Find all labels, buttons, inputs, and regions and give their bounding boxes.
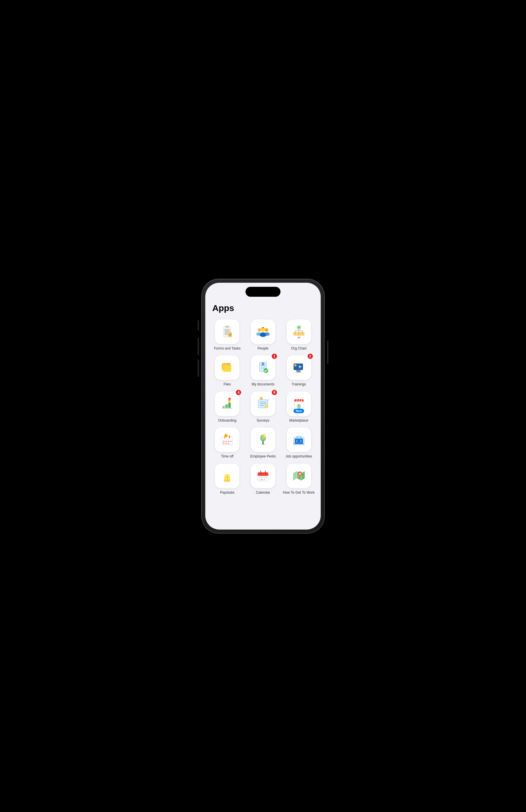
svg-marker-129 [293,471,297,481]
app-item-paystubs[interactable]: $ Paystubs [211,464,243,495]
app-icon-marketplace: New [287,392,311,416]
svg-rect-36 [221,364,228,366]
volume-down-button[interactable] [198,360,199,377]
svg-rect-1 [225,325,229,328]
app-label-job-opportunities: Job opportunities [285,454,312,459]
phone-screen: Apps Forms and Tasks [205,283,321,530]
app-label-paystubs: Paystubs [220,491,235,495]
svg-point-100 [298,440,300,442]
screen-content: Apps Forms and Tasks [205,283,321,530]
app-item-trainings[interactable]: 2Trainings [283,356,315,387]
svg-rect-81 [223,443,225,444]
svg-rect-35 [223,366,231,372]
badge-trainings: 2 [307,353,313,360]
svg-rect-125 [264,479,265,480]
app-icon-files [215,356,239,380]
svg-rect-122 [266,477,267,478]
app-item-how-to-get-to-work[interactable]: How To Get To Work [283,464,315,495]
app-item-people[interactable]: People [247,319,279,351]
svg-point-76 [226,435,227,436]
app-item-forms-and-tasks[interactable]: Forms and Tasks [211,319,243,351]
app-label-org-chart: Org Chart [291,346,306,351]
app-item-job-opportunities[interactable]: Job opportunities [283,427,315,459]
badge-my-documents: 1 [271,353,277,360]
svg-point-12 [258,328,261,332]
app-label-time-off: Time off [221,454,234,459]
badge-surveys: 9 [271,389,277,396]
svg-rect-101 [296,436,298,438]
app-label-forms-and-tasks: Forms and Tasks [214,346,241,351]
svg-rect-64 [298,404,300,406]
app-item-calendar[interactable]: Calendar [247,464,279,495]
svg-point-134 [299,473,301,474]
page-title: Apps [211,303,315,313]
apps-grid: Forms and Tasks People [211,319,315,501]
volume-up-button[interactable] [198,337,199,355]
svg-rect-78 [225,441,227,442]
app-item-marketplace[interactable]: NewMarketplace [283,392,315,423]
svg-rect-46 [296,370,301,371]
mute-button[interactable] [198,320,199,331]
svg-rect-119 [259,477,260,478]
app-item-my-documents[interactable]: 1My documents [247,356,279,387]
svg-point-48 [294,364,297,366]
app-icon-trainings: 2 [287,356,311,380]
app-label-marketplace: Marketplace [289,418,308,423]
app-item-surveys[interactable]: 9Surveys [247,392,279,423]
svg-point-29 [301,333,303,335]
svg-text:$: $ [263,435,264,437]
app-item-time-off[interactable]: Time off [211,427,243,459]
svg-rect-49 [223,406,225,408]
app-label-onboarding: Onboarding [218,418,237,423]
svg-point-18 [298,327,300,328]
svg-rect-123 [259,479,260,480]
app-icon-people [251,319,275,344]
svg-rect-124 [261,479,263,480]
svg-point-10 [265,328,268,332]
svg-rect-83 [228,443,229,444]
svg-point-113 [224,480,230,482]
app-label-my-documents: My documents [252,382,274,387]
svg-rect-50 [225,404,228,408]
app-item-employee-perks[interactable]: $ Employee Perks [247,427,279,459]
app-label-files: Files [224,382,231,387]
svg-rect-104 [294,443,304,444]
app-icon-job-opportunities [287,427,311,452]
app-icon-calendar [251,464,275,488]
app-icon-employee-perks: $ [251,427,275,452]
svg-rect-116 [258,475,268,476]
svg-rect-120 [261,477,263,478]
svg-rect-16 [262,327,264,328]
app-icon-how-to-get-to-work [287,464,311,488]
svg-point-59 [260,397,262,400]
app-icon-my-documents: 1 [251,356,275,380]
svg-rect-82 [225,443,227,444]
app-label-people: People [257,346,268,351]
svg-point-15 [260,333,266,337]
svg-rect-79 [228,441,229,442]
svg-rect-77 [223,441,225,442]
app-icon-paystubs: $ [215,464,239,488]
app-item-org-chart[interactable]: Org Chart [283,319,315,351]
app-label-employee-perks: Employee Perks [250,454,275,459]
app-item-onboarding[interactable]: 4Onboarding [211,392,243,423]
app-label-trainings: Trainings [291,382,306,387]
badge-onboarding: 4 [235,389,242,396]
svg-point-27 [298,333,300,335]
svg-rect-51 [228,403,231,408]
svg-rect-121 [264,477,265,478]
svg-text:$: $ [227,476,228,479]
phone-frame: Apps Forms and Tasks [202,279,324,533]
app-icon-surveys: 9 [251,392,275,416]
svg-rect-102 [299,436,302,438]
app-icon-onboarding: 4 [215,392,239,416]
svg-point-25 [295,333,296,335]
app-label-how-to-get-to-work: How To Get To Work [283,491,315,495]
app-label-surveys: Surveys [257,418,269,423]
svg-rect-80 [230,441,231,442]
app-label-calendar: Calendar [256,491,270,495]
svg-rect-31 [297,337,301,338]
app-icon-org-chart [287,319,311,344]
app-item-files[interactable]: Files [211,356,243,387]
power-button[interactable] [327,340,328,364]
